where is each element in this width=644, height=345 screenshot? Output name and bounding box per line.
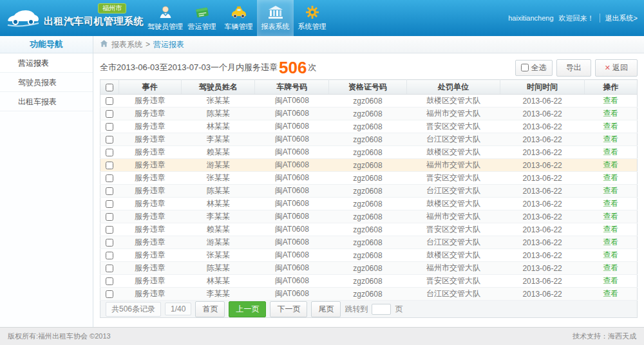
view-link[interactable]: 查看 — [603, 135, 618, 144]
row-checkbox[interactable] — [106, 277, 113, 285]
col-driver-name: 驾驶员姓名 — [181, 80, 255, 95]
cell-cert-number: zgz0608 — [329, 198, 407, 210]
breadcrumb-section[interactable]: 报表系统 — [111, 39, 142, 50]
row-checkbox-cell — [100, 275, 119, 288]
cell-event: 服务违章 — [118, 223, 181, 236]
cell-event: 服务违章 — [118, 95, 181, 107]
sidebar-item-operation-report[interactable]: 营运报表 — [0, 53, 93, 73]
breadcrumb-separator: > — [146, 40, 150, 49]
row-checkbox[interactable] — [106, 97, 113, 105]
view-link[interactable]: 查看 — [603, 199, 618, 208]
cell-cert-number: zgz0608 — [329, 288, 407, 301]
row-checkbox[interactable] — [106, 200, 113, 208]
view-link[interactable]: 查看 — [603, 147, 618, 156]
view-link[interactable]: 查看 — [603, 122, 618, 131]
jump-page-input[interactable] — [372, 304, 391, 315]
return-label: 返回 — [612, 62, 628, 73]
view-link[interactable]: 查看 — [603, 109, 618, 118]
next-page-button[interactable]: 下一页 — [270, 301, 307, 317]
row-checkbox[interactable] — [106, 136, 113, 144]
cell-cert-number: zgz0608 — [329, 146, 407, 159]
table-row: 服务违章赖某某闽AT0608zgz0608晋安区交管大队2013-06-22查看 — [100, 223, 638, 236]
view-link[interactable]: 查看 — [603, 173, 618, 182]
select-all-checkbox[interactable] — [521, 64, 529, 71]
view-link[interactable]: 查看 — [603, 186, 618, 195]
city-badge: 福州市 — [98, 3, 126, 14]
cell-action: 查看 — [585, 107, 638, 120]
cell-action: 查看 — [585, 210, 638, 223]
cell-action: 查看 — [585, 185, 638, 198]
car-logo-icon — [6, 8, 40, 29]
violation-count: 506 — [278, 59, 308, 76]
select-all[interactable]: 全选 — [515, 60, 553, 76]
sidebar-title: 功能导航 — [0, 36, 93, 53]
row-checkbox-cell — [100, 249, 119, 262]
cell-time: 2013-06-22 — [500, 95, 585, 107]
nav-item-vehicle-management[interactable]: 车辆管理 — [220, 0, 257, 36]
cell-punish-unit: 鼓楼区交管大队 — [406, 146, 500, 159]
cell-event: 服务违章 — [118, 288, 181, 301]
sidebar-item-taxi-report[interactable]: 出租车报表 — [0, 92, 93, 111]
row-checkbox[interactable] — [106, 239, 113, 247]
cell-punish-unit: 福州市交管大队 — [406, 210, 500, 223]
view-link[interactable]: 查看 — [603, 250, 618, 259]
nav-label: 系统管理 — [298, 22, 327, 32]
logout-button[interactable]: 退出系统> — [605, 14, 638, 23]
nav-label: 报表系统 — [261, 22, 290, 32]
row-checkbox[interactable] — [106, 187, 113, 195]
view-link[interactable]: 查看 — [603, 96, 618, 105]
cell-punish-unit: 鼓楼区交管大队 — [406, 198, 500, 210]
export-button[interactable]: 导出 — [556, 59, 591, 77]
home-icon[interactable] — [100, 39, 108, 50]
cell-cert-number: zgz0608 — [329, 120, 407, 133]
cell-driver-name: 陈某某 — [181, 185, 255, 198]
view-link[interactable]: 查看 — [603, 238, 618, 247]
view-link[interactable]: 查看 — [603, 263, 618, 272]
cell-driver-name: 林某某 — [181, 275, 255, 288]
row-checkbox[interactable] — [106, 226, 113, 234]
body: 功能导航 营运报表 驾驶员报表 出租车报表 报表系统 > 营运报表 全市20 — [0, 36, 644, 327]
header-checkbox-cell — [100, 80, 119, 95]
cell-time: 2013-06-22 — [500, 223, 585, 236]
cell-plate-number: 闽AT0608 — [255, 198, 329, 210]
return-button[interactable]: ✕ 返回 — [595, 59, 638, 77]
sidebar-item-driver-report[interactable]: 驾驶员报表 — [0, 73, 93, 92]
row-checkbox[interactable] — [106, 162, 113, 169]
nav-item-system-management[interactable]: 系统管理 — [294, 0, 330, 36]
last-page-button[interactable]: 尾页 — [311, 301, 341, 317]
cell-event: 服务违章 — [118, 210, 181, 223]
header-checkbox[interactable] — [106, 84, 113, 91]
nav-item-operations-management[interactable]: 营运管理 — [184, 0, 220, 36]
cell-event: 服务违章 — [118, 107, 181, 120]
row-checkbox[interactable] — [106, 265, 113, 272]
prev-page-button[interactable]: 上一页 — [229, 301, 266, 317]
table-row: 服务违章张某某闽AT0608zgz0608晋安区交管大队2013-06-22查看 — [100, 172, 638, 185]
cell-driver-name: 李某某 — [181, 288, 255, 301]
view-link[interactable]: 查看 — [603, 160, 618, 169]
nav-item-driver-management[interactable]: 驾驶员管理 — [147, 0, 184, 36]
view-link[interactable]: 查看 — [603, 276, 618, 285]
view-link[interactable]: 查看 — [603, 212, 618, 221]
row-checkbox[interactable] — [106, 290, 113, 298]
cell-event: 服务违章 — [118, 249, 181, 262]
row-checkbox-cell — [100, 95, 119, 107]
row-checkbox[interactable] — [106, 149, 113, 156]
cell-time: 2013-06-22 — [500, 262, 585, 275]
row-checkbox-cell — [100, 185, 119, 198]
view-link[interactable]: 查看 — [603, 225, 618, 234]
row-checkbox[interactable] — [106, 174, 113, 182]
first-page-button[interactable]: 首页 — [195, 301, 225, 317]
cell-plate-number: 闽AT0608 — [255, 172, 329, 185]
view-link[interactable]: 查看 — [603, 289, 618, 298]
cell-event: 服务违章 — [118, 133, 181, 146]
row-checkbox-cell — [100, 210, 119, 223]
nav-item-report-system[interactable]: 报表系统 — [257, 0, 294, 36]
row-checkbox[interactable] — [106, 123, 113, 131]
username: haixitiancheng — [508, 14, 553, 22]
row-checkbox[interactable] — [106, 110, 113, 118]
cell-event: 服务违章 — [118, 236, 181, 249]
cell-time: 2013-06-22 — [500, 159, 585, 172]
row-checkbox[interactable] — [106, 213, 113, 221]
row-checkbox[interactable] — [106, 252, 113, 259]
cell-event: 服务违章 — [118, 262, 181, 275]
